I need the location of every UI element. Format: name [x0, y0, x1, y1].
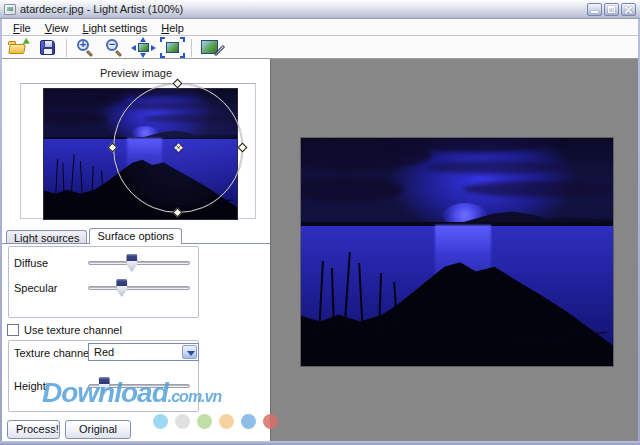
diffuse-label: Diffuse [14, 257, 48, 269]
close-button[interactable] [621, 3, 636, 16]
main-image [300, 137, 614, 367]
texture-channel-label: Texture channel [14, 347, 92, 359]
use-texture-channel-label: Use texture channel [24, 324, 122, 336]
toolbar-separator [191, 39, 192, 57]
diffuse-slider-thumb[interactable] [126, 254, 137, 272]
title-bar: atardecer.jpg - Light Artist (100%) [0, 0, 640, 19]
watermark-dot [175, 414, 190, 429]
fit-image-icon [138, 43, 149, 52]
watermark-dot [197, 414, 212, 429]
watermark-dot [153, 414, 168, 429]
texture-channel-value: Red [94, 346, 114, 358]
specular-label: Specular [14, 282, 57, 294]
minimize-icon [591, 11, 598, 13]
minimize-button[interactable] [587, 3, 602, 16]
save-button[interactable] [34, 37, 61, 58]
preview-group-title: Preview image [2, 67, 270, 79]
tab-light-sources[interactable]: Light sources [6, 230, 87, 244]
zoom-in-button[interactable]: + [72, 37, 99, 58]
watermark-dot [263, 414, 278, 429]
specular-slider[interactable] [88, 278, 190, 297]
watermark-dot [219, 414, 234, 429]
actual-size-icon [166, 42, 179, 53]
window-title: atardecer.jpg - Light Artist (100%) [20, 3, 183, 15]
fit-to-window-button[interactable] [130, 37, 157, 58]
process-button[interactable]: Process! [7, 420, 60, 439]
texture-channel-select[interactable]: Red [88, 343, 199, 361]
app-icon [4, 4, 16, 15]
image-view-area [270, 59, 638, 441]
tab-surface-options[interactable]: Surface options [89, 228, 181, 244]
tab-strip: Light sources Surface options [6, 228, 184, 244]
window-border [0, 19, 2, 445]
original-image-button[interactable]: Original Image [65, 420, 131, 439]
menu-light-settings[interactable]: Light settings [75, 21, 154, 35]
diffuse-slider[interactable] [88, 253, 190, 272]
light-center-marker[interactable]: ❖ [172, 142, 185, 155]
menu-file[interactable]: File [6, 21, 38, 35]
menu-view[interactable]: View [38, 21, 76, 35]
control-panel: Preview image ❖ Light sources Surface op… [2, 59, 270, 441]
specular-slider-thumb[interactable] [116, 279, 127, 297]
window-controls [587, 3, 636, 16]
app-window: atardecer.jpg - Light Artist (100%) File… [0, 0, 640, 445]
watermark-dot [241, 414, 256, 429]
use-texture-channel-checkbox[interactable] [7, 324, 19, 336]
zoom-out-button[interactable]: − [101, 37, 128, 58]
actual-size-button[interactable] [159, 37, 186, 58]
download-watermark: Download.com.vn [42, 377, 221, 409]
save-floppy-icon [40, 40, 55, 55]
watermark-dots [153, 414, 278, 429]
chevron-down-icon[interactable] [182, 345, 197, 359]
window-border [0, 441, 640, 445]
toolbar: + − [2, 37, 638, 59]
maximize-icon [608, 6, 615, 13]
toolbar-separator [66, 39, 67, 57]
menu-help[interactable]: Help [154, 21, 191, 35]
maximize-button[interactable] [604, 3, 619, 16]
menu-bar: FileViewLight settingsHelp [2, 20, 638, 36]
open-button[interactable] [5, 37, 32, 58]
apply-light-effect-button[interactable] [197, 37, 224, 58]
